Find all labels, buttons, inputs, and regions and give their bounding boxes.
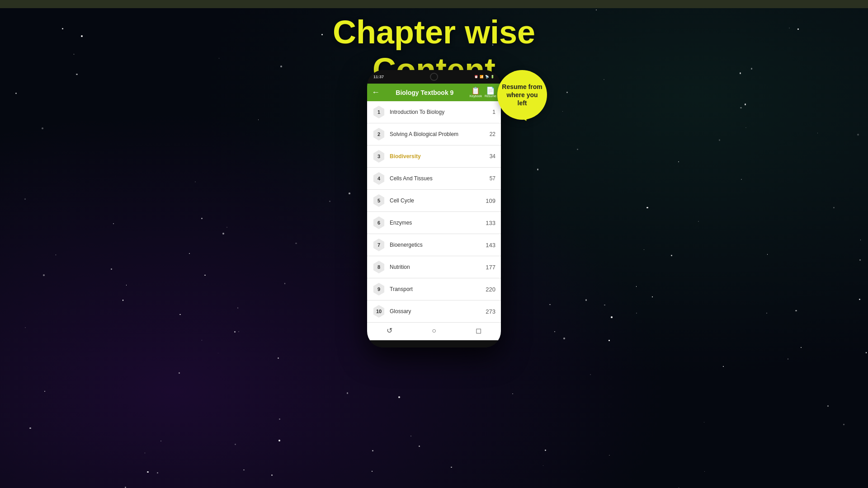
status-time: 11:37 (373, 75, 384, 79)
chapter-name-1: Introduction To Biology (390, 109, 478, 115)
chapter-num-3: 3 (373, 150, 385, 163)
chapter-num-7: 7 (373, 239, 385, 251)
chapter-page-9: 220 (483, 286, 495, 293)
chapter-page-8: 177 (483, 264, 495, 271)
chapter-item-6[interactable]: 6Enzymes133 (367, 212, 501, 234)
chapter-page-3: 34 (483, 153, 495, 160)
chapter-name-8: Nutrition (390, 264, 478, 270)
resume-bubble-text: Resume from where you left (502, 83, 542, 108)
chapter-num-1: 1 (373, 106, 385, 118)
chapter-name-9: Transport (390, 286, 478, 292)
chapter-item-5[interactable]: 5Cell Cycle109 (367, 190, 501, 212)
heading-line1: Chapter wise (333, 14, 535, 51)
chapter-item-3[interactable]: 3Biodiversity34 (367, 145, 501, 168)
bottom-navigation: ↺ ○ ◻ (367, 323, 501, 340)
resume-button[interactable]: 📄 Resume (485, 87, 496, 98)
chapter-name-3: Biodiversity (390, 153, 478, 160)
chapter-item-8[interactable]: 8Nutrition177 (367, 256, 501, 278)
keybook-icon: 📋 (471, 87, 480, 94)
chapter-page-7: 143 (483, 242, 495, 249)
chapter-num-5: 5 (373, 194, 385, 207)
chapter-page-2: 22 (483, 131, 495, 137)
phone-status-bar: 11:37 ⏰ 📶 📡 🔋 (367, 70, 501, 84)
app-header: ← Biology Textbook 9 📋 Keybook 📄 Resume (367, 84, 501, 101)
chapter-page-4: 57 (483, 175, 495, 182)
resume-bubble[interactable]: Resume from where you left (497, 70, 547, 120)
battery-icon: 🔋 (491, 75, 495, 79)
status-icons: ⏰ 📶 📡 🔋 (474, 75, 495, 79)
resume-icon: 📄 (486, 87, 495, 94)
app-title: Biology Textbook 9 (383, 89, 466, 96)
wifi-icon: 📶 (480, 75, 484, 79)
alarm-icon: ⏰ (474, 75, 478, 79)
chapter-name-5: Cell Cycle (390, 197, 478, 204)
chapter-num-8: 8 (373, 261, 385, 273)
chapter-name-7: Bioenergetics (390, 242, 478, 248)
chapter-item-1[interactable]: 1Introduction To Biology1 (367, 101, 501, 123)
keybook-button[interactable]: 📋 Keybook (470, 87, 482, 98)
chapter-num-9: 9 (373, 283, 385, 296)
phone-bottom-bezel (367, 340, 501, 347)
header-icons: 📋 Keybook 📄 Resume (470, 87, 496, 98)
chapter-page-6: 133 (483, 220, 495, 226)
chapter-num-2: 2 (373, 128, 385, 141)
top-bar (0, 0, 868, 8)
phone-camera (430, 73, 438, 81)
chapter-item-9[interactable]: 9Transport220 (367, 278, 501, 300)
phone-device: 11:37 ⏰ 📶 📡 🔋 ← Biology Textbook 9 📋 Key… (367, 70, 501, 347)
chapter-page-5: 109 (483, 197, 495, 204)
chapter-item-2[interactable]: 2Solving A Biological Problem22 (367, 123, 501, 145)
nav-recent-button[interactable]: ◻ (476, 326, 481, 335)
chapter-num-4: 4 (373, 172, 385, 185)
chapter-num-10: 10 (373, 305, 385, 318)
resume-label: Resume (485, 94, 496, 98)
back-button[interactable]: ← (372, 88, 380, 97)
chapter-name-2: Solving A Biological Problem (390, 131, 478, 137)
chapter-name-10: Glossary (390, 308, 478, 314)
chapter-num-6: 6 (373, 216, 385, 229)
chapter-item-7[interactable]: 7Bioenergetics143 (367, 234, 501, 256)
signal-icon: 📡 (485, 75, 489, 79)
chapter-list: 1Introduction To Biology12Solving A Biol… (367, 101, 501, 323)
keybook-label: Keybook (470, 94, 482, 98)
chapter-page-10: 273 (483, 308, 495, 315)
chapter-item-10[interactable]: 10Glossary273 (367, 300, 501, 323)
chapter-name-4: Cells And Tissues (390, 175, 478, 182)
chapter-name-6: Enzymes (390, 220, 478, 226)
phone-wrapper: Resume from where you left 11:37 ⏰ 📶 📡 🔋… (367, 70, 501, 347)
chapter-item-4[interactable]: 4Cells And Tissues57 (367, 168, 501, 190)
nav-back-button[interactable]: ↺ (387, 326, 392, 335)
nav-home-button[interactable]: ○ (432, 327, 436, 335)
chapter-page-1: 1 (483, 109, 495, 115)
